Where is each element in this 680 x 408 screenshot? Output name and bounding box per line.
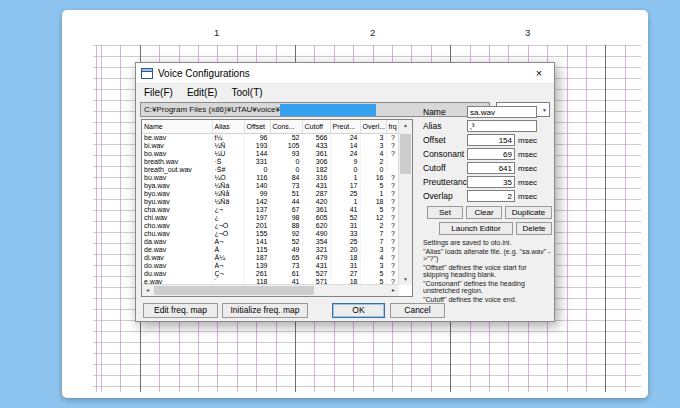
vertical-scrollbar[interactable]: ▲ ▼ bbox=[398, 120, 412, 285]
table-row[interactable]: breath.wav·Š331030692 bbox=[142, 158, 400, 166]
table-row[interactable]: byo.wav¼Ñå9951287251? bbox=[142, 190, 400, 198]
table-row[interactable]: do.wavÁ¬13973431313? bbox=[142, 262, 400, 270]
table-cell: 3 bbox=[360, 262, 386, 270]
table-cell: 193 bbox=[244, 142, 270, 150]
offset-field[interactable] bbox=[467, 134, 515, 146]
column-header-consonant[interactable]: Cons... bbox=[270, 120, 302, 134]
consonant-field[interactable] bbox=[467, 148, 515, 160]
table-row[interactable]: chu.wav¿¬Ô15592490337? bbox=[142, 230, 400, 238]
scroll-up-icon[interactable]: ▲ bbox=[399, 120, 412, 131]
set-button[interactable]: Set bbox=[427, 206, 463, 219]
table-row[interactable]: bo.wav¼Ú14493361244? bbox=[142, 150, 400, 158]
name-field[interactable] bbox=[467, 106, 537, 118]
column-header-alias[interactable]: Alias bbox=[212, 120, 244, 134]
path-text: C:¥Program Files (x86)¥UTAU¥voice¥ bbox=[144, 105, 280, 114]
menu-edit[interactable]: Edit(E) bbox=[180, 87, 225, 98]
cutoff-field[interactable] bbox=[467, 162, 515, 174]
table-row[interactable]: bi.wav¼Ñ193105433143? bbox=[142, 142, 400, 150]
duplicate-button[interactable]: Duplicate bbox=[505, 206, 552, 219]
table-row[interactable]: di.wavÃ¼18765479184? bbox=[142, 254, 400, 262]
table-cell: 73 bbox=[270, 182, 302, 190]
voice-list: Name Alias Offset Cons... Cutoff Preut..… bbox=[141, 119, 413, 297]
clear-button[interactable]: Clear bbox=[466, 206, 502, 219]
scroll-left-icon[interactable]: ◄ bbox=[142, 285, 153, 296]
vertical-scroll-thumb[interactable] bbox=[400, 134, 411, 174]
overlap-field[interactable] bbox=[467, 190, 515, 202]
table-cell: ¿¬Ò bbox=[212, 222, 244, 230]
cancel-button[interactable]: Cancel bbox=[390, 303, 445, 318]
table-cell: ¼Ú bbox=[212, 150, 244, 158]
horizontal-scroll-thumb[interactable] bbox=[154, 286, 314, 295]
table-cell: t¼ bbox=[212, 134, 244, 143]
table-cell: ¼Ñá bbox=[212, 182, 244, 190]
table-cell: 420 bbox=[302, 198, 330, 206]
column-header-preutterance[interactable]: Preut... bbox=[330, 120, 360, 134]
table-cell: 41 bbox=[330, 206, 360, 214]
table-row[interactable]: chi.wav¿197986055212? bbox=[142, 214, 400, 222]
table-cell: 137 bbox=[244, 206, 270, 214]
table-cell: 3 bbox=[360, 246, 386, 254]
horizontal-scrollbar[interactable]: ◄ ► bbox=[142, 284, 399, 296]
titlebar[interactable]: Voice Configurations × bbox=[136, 63, 554, 84]
table-cell: breath.wav bbox=[142, 158, 212, 166]
table-row[interactable]: byu.wav¼Ñä14244420118? bbox=[142, 198, 400, 206]
measure-number: 3 bbox=[525, 27, 530, 38]
table-row[interactable]: breath_out.wav·Š#0018200 bbox=[142, 166, 400, 174]
table-cell: di.wav bbox=[142, 254, 212, 262]
initialize-freq-map-button[interactable]: Initialize freq. map bbox=[222, 303, 308, 318]
help-text: Settings are saved to oto.ini. "Alias" l… bbox=[423, 239, 552, 303]
table-row[interactable]: du.wavÇ¬26161527275? bbox=[142, 270, 400, 278]
table-cell: 287 bbox=[302, 190, 330, 198]
column-header-overlap[interactable]: Overl... bbox=[360, 120, 386, 134]
table-cell: 24 bbox=[330, 134, 360, 143]
consonant-label: Consonant bbox=[423, 149, 467, 159]
column-header-offset[interactable]: Offset bbox=[244, 120, 270, 134]
table-cell: 433 bbox=[302, 142, 330, 150]
voice-table-body: be.wavt¼9652566243?bi.wav¼Ñ193105433143?… bbox=[142, 134, 400, 287]
table-cell: 3 bbox=[360, 142, 386, 150]
table-cell: cha.wav bbox=[142, 206, 212, 214]
table-cell: 182 bbox=[302, 166, 330, 174]
table-cell: 187 bbox=[244, 254, 270, 262]
table-cell: ¿¬Ô bbox=[212, 230, 244, 238]
menu-file[interactable]: File(F) bbox=[137, 87, 180, 98]
table-cell: 201 bbox=[244, 222, 270, 230]
table-cell: 93 bbox=[270, 150, 302, 158]
table-cell: 141 bbox=[244, 238, 270, 246]
column-header-cutoff[interactable]: Cutoff bbox=[302, 120, 330, 134]
table-row[interactable]: da.wavÀ¬14152354257? bbox=[142, 238, 400, 246]
table-row[interactable]: cho.wav¿¬Ò20188620312? bbox=[142, 222, 400, 230]
alias-field[interactable] bbox=[467, 120, 537, 132]
ok-button[interactable]: OK bbox=[332, 303, 385, 318]
table-cell: Ã¼ bbox=[212, 254, 244, 262]
table-cell: Á¬ bbox=[212, 262, 244, 270]
table-row[interactable]: bya.wav¼Ñá14073431175? bbox=[142, 182, 400, 190]
table-row[interactable]: de.wavÂ11549321203? bbox=[142, 246, 400, 254]
table-cell: 0 bbox=[244, 166, 270, 174]
table-cell: 18 bbox=[330, 254, 360, 262]
measure-number: 1 bbox=[214, 27, 219, 38]
scroll-right-icon[interactable]: ► bbox=[388, 285, 399, 296]
menu-tool[interactable]: Tool(T) bbox=[224, 87, 269, 98]
launch-editor-button[interactable]: Launch Editor bbox=[439, 222, 513, 235]
delete-button[interactable]: Delete bbox=[516, 222, 552, 235]
voice-config-dialog: Voice Configurations × File(F) Edit(E) T… bbox=[135, 62, 555, 322]
table-cell: 140 bbox=[244, 182, 270, 190]
preutterance-field[interactable] bbox=[467, 176, 515, 188]
overlap-unit: msec bbox=[518, 192, 537, 201]
column-header-name[interactable]: Name bbox=[142, 120, 212, 134]
table-row[interactable]: be.wavt¼9652566243? bbox=[142, 134, 400, 143]
close-icon[interactable]: × bbox=[524, 64, 554, 83]
edit-freq-map-button[interactable]: Edit freq. map bbox=[143, 303, 218, 318]
table-cell: 25 bbox=[330, 238, 360, 246]
table-row[interactable]: bu.wav¼Ô11684316116? bbox=[142, 174, 400, 182]
table-cell: 139 bbox=[244, 262, 270, 270]
table-cell: 566 bbox=[302, 134, 330, 143]
help-line: "Consonant" defines the heading unstretc… bbox=[423, 280, 552, 294]
table-row[interactable]: cha.wav¿¬13767361415? bbox=[142, 206, 400, 214]
table-cell: ·Š bbox=[212, 158, 244, 166]
table-cell: 2 bbox=[360, 158, 386, 166]
scroll-down-icon[interactable]: ▼ bbox=[399, 274, 412, 285]
measure-number: 2 bbox=[370, 27, 375, 38]
offset-unit: msec bbox=[518, 136, 537, 145]
